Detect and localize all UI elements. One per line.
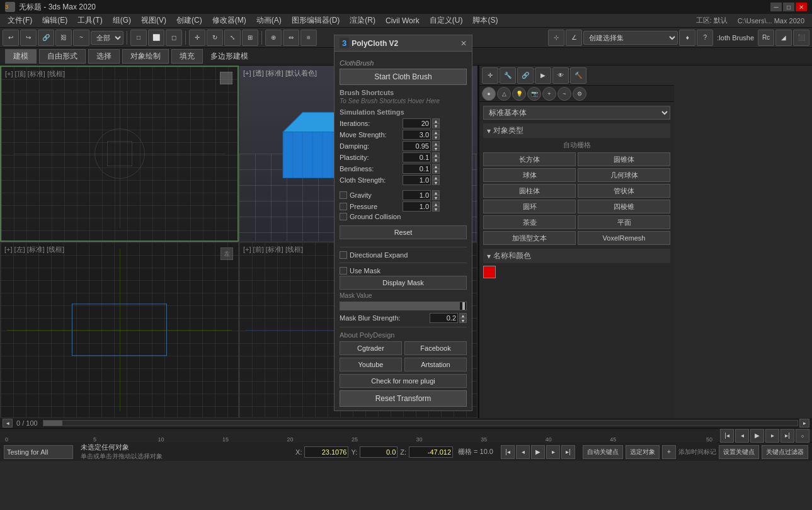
pb-play[interactable]: ▶ — [531, 445, 545, 459]
reset-button[interactable]: Reset — [340, 225, 467, 239]
bendiness-spinner[interactable]: ▲ ▼ — [403, 164, 440, 174]
youtube-button[interactable]: Youtube — [340, 358, 402, 371]
snap-toggle[interactable]: ⊹ — [548, 30, 564, 46]
timeline-ruler[interactable]: 0 5 10 15 20 25 30 35 40 45 50 |◂ ◂ ▶ ▸ … — [0, 428, 812, 442]
hierarchy-icon[interactable]: 🔗 — [517, 67, 534, 84]
display-icon[interactable]: 👁 — [552, 67, 569, 84]
render-setup[interactable]: Rc — [758, 30, 774, 46]
obj-cone[interactable]: 圆锥体 — [578, 152, 670, 166]
timeline-scroll-right[interactable]: ▸ — [799, 419, 809, 428]
maximize-button[interactable]: □ — [783, 3, 794, 11]
key-mode[interactable]: ♦ — [679, 30, 695, 46]
menu-script[interactable]: 脚本(S) — [467, 14, 503, 27]
pressure-spinner[interactable]: ▲ ▼ — [403, 201, 440, 212]
menu-create[interactable]: 创建(C) — [171, 14, 207, 27]
viewport-top[interactable]: [+] [顶] [标准] [线框] — [0, 65, 239, 242]
artstation-button[interactable]: Artstation — [404, 358, 467, 371]
camera-icon-btn[interactable]: 📷 — [527, 87, 541, 101]
polycloth-close-button[interactable]: ✕ — [460, 39, 467, 48]
object-type-header[interactable]: ▾ 对象类型 — [483, 123, 670, 138]
next-frame-btn[interactable]: ▸ — [765, 429, 779, 443]
minimize-button[interactable]: ─ — [770, 3, 782, 11]
pb-next[interactable]: ▸ — [546, 445, 560, 459]
gravity-up[interactable]: ▲ — [432, 190, 440, 195]
mirror-button[interactable]: ⇔ — [283, 30, 299, 46]
tab-fill[interactable]: 填充 — [171, 49, 203, 64]
rotate-button[interactable]: ↻ — [207, 30, 223, 46]
movestrength-up[interactable]: ▲ — [432, 130, 440, 135]
bendiness-up[interactable]: ▲ — [432, 164, 440, 169]
iterations-down[interactable]: ▼ — [432, 123, 440, 128]
gravity-input[interactable] — [403, 190, 431, 200]
menu-civil[interactable]: Civil Work — [380, 15, 425, 26]
systems-btn[interactable]: ⚙ — [573, 87, 586, 101]
motion-icon[interactable]: ▶ — [535, 67, 551, 84]
obj-plane[interactable]: 平面 — [578, 215, 670, 229]
obj-pyramid[interactable]: 四棱锥 — [578, 200, 670, 213]
use-mask-checkbox[interactable] — [340, 267, 347, 275]
obj-voxelremesh[interactable]: VoxelRemesh — [578, 231, 670, 245]
maskblur-input[interactable] — [430, 313, 458, 323]
key-mode-btn[interactable]: ⬦ — [796, 429, 809, 443]
groundcollision-checkbox[interactable] — [340, 213, 347, 220]
go-end-btn[interactable]: ▸| — [781, 429, 794, 443]
plasticity-spinner[interactable]: ▲ ▼ — [403, 152, 440, 162]
clothstrength-input[interactable] — [403, 175, 431, 185]
menu-modifier[interactable]: 修改器(M) — [207, 14, 251, 27]
tab-selection[interactable]: 选择 — [88, 49, 120, 64]
menu-file[interactable]: 文件(F) — [3, 14, 37, 27]
pressure-down[interactable]: ▼ — [432, 207, 440, 212]
pb-end[interactable]: ▸| — [561, 445, 575, 459]
sphere-icon-btn[interactable]: ● — [482, 87, 496, 101]
cone-icon-btn[interactable]: △ — [497, 87, 511, 101]
iterations-input[interactable] — [403, 118, 431, 128]
color-swatch[interactable] — [483, 266, 496, 278]
set-key-filter-btn[interactable]: 设置关键点 — [719, 445, 759, 459]
render-frame[interactable]: ⬛ — [793, 30, 809, 46]
reset-transform-button[interactable]: Reset Transform — [340, 390, 467, 407]
gravity-spinner[interactable]: ▲ ▼ — [403, 190, 440, 200]
bendiness-down[interactable]: ▼ — [432, 169, 440, 174]
mask-slider[interactable] — [340, 302, 467, 310]
tab-object-paint[interactable]: 对象绘制 — [122, 49, 169, 64]
modify-icon[interactable]: 🔧 — [500, 67, 516, 84]
obj-box[interactable]: 长方体 — [483, 152, 576, 166]
gravity-down[interactable]: ▼ — [432, 195, 440, 200]
damping-up[interactable]: ▲ — [432, 141, 440, 146]
menu-edit[interactable]: 编辑(E) — [37, 14, 72, 27]
damping-input[interactable] — [403, 141, 431, 151]
helper-icon-btn[interactable]: + — [542, 87, 556, 101]
scale-button[interactable]: ⤡ — [224, 30, 241, 46]
pressure-up[interactable]: ▲ — [432, 201, 440, 207]
clothstrength-up[interactable]: ▲ — [432, 175, 440, 180]
pb-start[interactable]: |◂ — [501, 445, 515, 459]
z-coord-input[interactable] — [409, 446, 453, 458]
directional-expand-checkbox[interactable] — [340, 251, 347, 259]
unlink-button[interactable]: ⛓ — [55, 30, 72, 46]
timeline-scroll-left[interactable]: ◂ — [3, 419, 13, 428]
tab-freeform[interactable]: 自由形式 — [39, 49, 86, 64]
bind-button[interactable]: ~ — [73, 30, 89, 46]
facebook-button[interactable]: Facebook — [404, 341, 467, 355]
prev-frame-btn[interactable]: ◂ — [735, 429, 749, 443]
gravity-checkbox[interactable] — [340, 191, 347, 199]
obj-torus[interactable]: 圆环 — [483, 200, 576, 213]
obj-geosphere[interactable]: 几何球体 — [578, 168, 670, 182]
plasticity-up[interactable]: ▲ — [432, 152, 440, 157]
select-button[interactable]: □ — [130, 30, 147, 46]
object-type-dropdown[interactable]: 标准基本体 — [483, 106, 670, 120]
start-cloth-button[interactable]: Start Cloth Brush — [340, 69, 467, 85]
bendiness-input[interactable] — [403, 164, 431, 174]
clothstrength-spinner[interactable]: ▲ ▼ — [403, 175, 440, 185]
viewport-left[interactable]: [+] [左] [标准] [线框] 左 — [0, 242, 239, 418]
play-btn[interactable]: ▶ — [750, 429, 764, 443]
damping-spinner[interactable]: ▲ ▼ — [403, 141, 440, 151]
selection-filter[interactable]: 全部 — [91, 31, 123, 45]
menu-render[interactable]: 渲染(R) — [345, 14, 380, 27]
menu-view[interactable]: 视图(V) — [136, 14, 171, 27]
set-key-btn[interactable]: 选定对象 — [626, 445, 660, 459]
angle-snap[interactable]: ∠ — [566, 30, 582, 46]
movestrength-down[interactable]: ▼ — [432, 135, 440, 140]
create-icon[interactable]: ✛ — [482, 67, 498, 84]
timeline-track[interactable] — [43, 420, 798, 426]
